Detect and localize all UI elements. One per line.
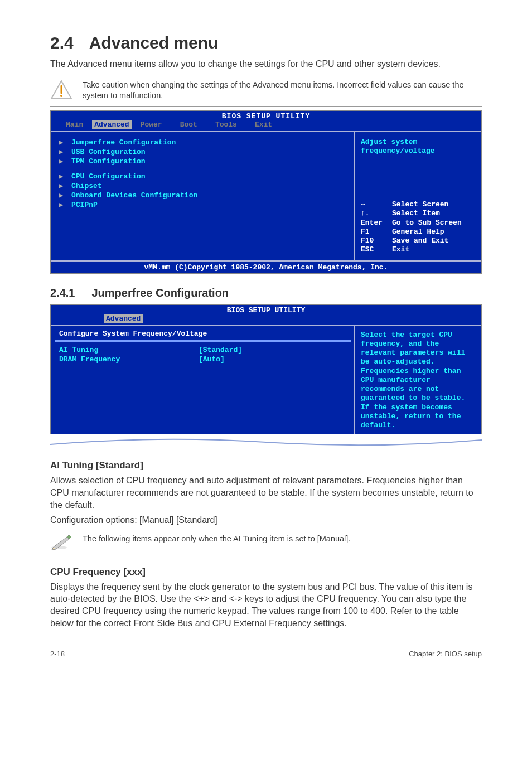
ai-tuning-heading: AI Tuning [Standard] [50, 460, 482, 471]
menu-label: PCIPnP [71, 201, 98, 209]
setting-value: [Standard] [199, 346, 242, 355]
section-number: 2.4 [50, 33, 74, 52]
setting-value: [Auto] [199, 355, 225, 365]
chevron-right-icon: ▶ [59, 201, 66, 209]
section-heading: 2.4Advanced menu [50, 33, 482, 52]
key-ud: ↑↓ [361, 209, 388, 218]
chevron-right-icon: ▶ [59, 182, 66, 190]
subsection-heading: 2.4.1Jumperfree Configuration [50, 287, 482, 299]
caution-text: Take caution when changing the settings … [83, 80, 482, 101]
key-f10: F10 [361, 236, 388, 245]
key-enter: Enter [361, 219, 388, 228]
key-desc: Select Item [392, 209, 440, 218]
ai-tuning-desc: Allows selection of CPU frequency and au… [50, 475, 482, 511]
bios-key-legend: ↔Select Screen ↑↓Select Item EnterGo to … [361, 200, 475, 255]
divider [50, 76, 482, 76]
bios-tab-bar: Main Advanced Power Boot Tools Exit [51, 120, 481, 131]
key-lr: ↔ [361, 200, 388, 209]
menu-label: Jumperfree Configuration [71, 138, 176, 147]
key-desc: Go to Sub Screen [392, 219, 462, 228]
menu-label: USB Configuration [71, 148, 146, 156]
key-esc: ESC [361, 245, 388, 254]
pencil-note: The following items appear only when the… [50, 534, 482, 550]
menu-cpu: ▶CPU Configuration [59, 172, 346, 181]
help-line: frequency/voltage [361, 147, 475, 156]
chevron-right-icon: ▶ [59, 172, 66, 181]
tab-main: Main [57, 120, 92, 129]
subsection-number: 2.4.1 [50, 287, 75, 299]
tab-exit: Exit [246, 120, 281, 129]
menu-chipset: ▶Chipset [59, 181, 346, 191]
caution-note: Take caution when changing the settings … [50, 80, 482, 101]
divider [50, 106, 482, 107]
torn-edge-icon [50, 434, 482, 449]
chevron-right-icon: ▶ [59, 157, 66, 166]
section-title: Advanced menu [89, 33, 219, 52]
menu-label: CPU Configuration [71, 172, 146, 181]
bios-copyright: vMM.mm (C)Copyright 1985-2002, American … [51, 262, 481, 273]
pencil-note-text: The following items appear only when the… [83, 534, 482, 545]
bios-jumperfree-screenshot: BIOS SETUP UTILITY Advanced Configure Sy… [50, 304, 482, 436]
divider [50, 530, 482, 530]
tab-power: Power [132, 120, 171, 129]
key-f1: F1 [361, 228, 388, 236]
bios-title: BIOS SETUP UTILITY [222, 112, 310, 120]
svg-point-2 [60, 95, 62, 97]
menu-label: Chipset [71, 182, 102, 190]
chevron-right-icon: ▶ [59, 138, 66, 147]
subsection-title: Jumperfree Configuration [91, 287, 229, 299]
menu-label: Onboard Devices Configuration [71, 191, 197, 200]
page-number: 2-18 [50, 650, 65, 658]
key-desc: Save and Exit [392, 236, 448, 245]
bios-help-text: Select the target CPU frequency, and the… [355, 326, 481, 435]
ai-tuning-options: Configuration options: [Manual] [Standar… [50, 514, 482, 526]
menu-tpm: ▶TPM Configuration [59, 157, 346, 166]
tab-advanced: Advanced [92, 120, 131, 129]
bios-help-panel: Adjust system frequency/voltage ↔Select … [355, 132, 481, 260]
tab-boot: Boot [171, 120, 206, 129]
tab-tools: Tools [206, 120, 246, 129]
chapter-label: Chapter 2: BIOS setup [409, 650, 482, 658]
menu-jumperfree: ▶Jumperfree Configuration [59, 138, 346, 147]
cpu-frequency-desc: Displays the frequency sent by the clock… [50, 581, 482, 629]
key-desc: General Help [392, 228, 444, 236]
bios-menu-list: ▶Jumperfree Configuration ▶USB Configura… [51, 132, 355, 260]
warning-icon [50, 80, 72, 100]
setting-label: AI Tuning [59, 346, 199, 355]
pencil-icon [50, 534, 72, 550]
tab-advanced: Advanced [104, 314, 143, 323]
bios-subheader: Configure System Frequency/Voltage [55, 326, 351, 341]
setting-dram-frequency: DRAM Frequency [Auto] [59, 355, 346, 365]
bios-title: BIOS SETUP UTILITY [227, 306, 305, 314]
menu-usb: ▶USB Configuration [59, 147, 346, 157]
menu-label: TPM Configuration [71, 157, 146, 166]
page-footer: 2-18 Chapter 2: BIOS setup [50, 646, 482, 658]
menu-onboard: ▶Onboard Devices Configuration [59, 191, 346, 200]
setting-ai-tuning: AI Tuning [Standard] [59, 346, 346, 355]
cpu-frequency-heading: CPU Frequency [xxx] [50, 567, 482, 578]
menu-pcipnp: ▶PCIPnP [59, 200, 346, 210]
setting-label: DRAM Frequency [59, 355, 199, 365]
divider [50, 555, 482, 555]
section-intro: The Advanced menu items allow you to cha… [50, 58, 482, 70]
chevron-right-icon: ▶ [59, 148, 66, 156]
key-desc: Select Screen [392, 200, 448, 209]
bios-advanced-screenshot: BIOS SETUP UTILITY Main Advanced Power B… [50, 110, 482, 274]
key-desc: Exit [392, 245, 409, 254]
chevron-right-icon: ▶ [59, 191, 66, 200]
help-line: Adjust system [361, 138, 475, 147]
